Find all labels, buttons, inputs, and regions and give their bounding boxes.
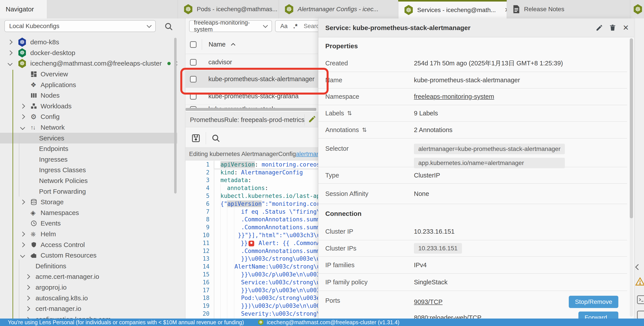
delete-service-icon[interactable] (608, 23, 617, 32)
chevron-right-icon[interactable] (21, 104, 30, 108)
sidebar-search-icon[interactable] (164, 22, 173, 31)
sidebar-item-network-policies[interactable]: Network Policies (0, 176, 177, 186)
close-drawer-icon[interactable]: ✕ (622, 23, 630, 32)
sidebar-item-icecheng-mathmast-com-freeleaps-cluster[interactable]: ☸icecheng@mathmast.com@freeleaps-cluster (0, 58, 177, 69)
sort-toggle-icon[interactable]: ⇅ (347, 110, 352, 117)
match-case-icon[interactable]: Aa (280, 23, 288, 30)
sidebar-item-helm[interactable]: ⎈Helm (0, 229, 177, 240)
chevron-right-icon[interactable] (26, 286, 36, 289)
sidebar-item-applications[interactable]: ❖Applications (0, 80, 177, 90)
tab-release-notes[interactable]: Release Notes (507, 0, 594, 18)
sidebar-item-ingress-classes[interactable]: Ingress Classes (0, 165, 177, 176)
stop-remove-button[interactable]: Stop/Remove (569, 296, 618, 308)
sidebar-item-services[interactable]: Services (0, 133, 177, 144)
sidebar-item-ingresses[interactable]: Ingresses (0, 154, 177, 165)
sidebar-item-label: Port Forwarding (39, 188, 86, 195)
sidebar-scrollbar[interactable] (174, 38, 176, 194)
namespace-link[interactable]: freeleaps-monitoring-system (414, 93, 494, 100)
section-heading-connection: Connection (318, 204, 627, 223)
kubernetes-icon: ☸ (18, 59, 26, 68)
chevron-right-icon[interactable] (21, 200, 30, 204)
sidebar-item-nodes[interactable]: Nodes (0, 90, 177, 101)
sidebar-item-port-forwarding[interactable]: Port Forwarding (0, 186, 177, 197)
dock-button-2[interactable] (636, 310, 644, 318)
indent-guide (220, 286, 221, 294)
edit-prometheus-rule-icon[interactable] (308, 114, 317, 123)
sort-toggle-icon[interactable]: ⇅ (362, 126, 367, 134)
sidebar-item-label: docker-desktop (30, 49, 75, 56)
sidebar-item-events[interactable]: Events (0, 218, 177, 229)
chevron-down-icon[interactable] (21, 126, 30, 129)
chevron-down-icon[interactable] (8, 62, 18, 65)
chevron-right-icon[interactable] (26, 296, 36, 300)
sidebar-item-docker-desktop[interactable]: ☸docker-desktop (0, 48, 177, 58)
chevron-down-icon[interactable] (21, 254, 30, 257)
chevron-left-icon[interactable] (636, 265, 640, 270)
detail-row-annotations: Annotations⇅2 Annotations (318, 122, 627, 138)
chevron-right-icon[interactable] (8, 51, 18, 55)
line-number: 3 (186, 176, 214, 184)
drawer-scrollbar[interactable] (630, 38, 633, 218)
port-link[interactable]: 8080:reloader-web/TCP (414, 314, 482, 319)
warning-icon[interactable] (635, 277, 644, 286)
sidebar-item-namespaces[interactable]: ◈Namespaces (0, 208, 177, 218)
close-tab-icon[interactable]: ✕ (504, 6, 507, 14)
sidebar-item-cert-manager-io[interactable]: cert-manager.io (0, 304, 177, 314)
detail-label: Name (325, 76, 342, 84)
sidebar-item-access-control[interactable]: Access Control (0, 239, 177, 250)
tab-services[interactable]: ☸ Services - icecheng@math... ✕ (398, 0, 507, 18)
sidebar-item-argoproj-io[interactable]: argoproj.io (0, 282, 177, 293)
chevron-right-icon[interactable] (21, 232, 30, 236)
sort-ascending-icon[interactable] (230, 42, 236, 47)
indent-guide (227, 255, 227, 263)
column-header-name[interactable]: Name (208, 41, 226, 48)
kubernetes-icon: ☸ (184, 4, 193, 14)
badge: app.kubernetes.io/name=alertmanager (414, 158, 565, 168)
sidebar-item-label: icecheng@mathmast.com@freeleaps-cluster (30, 60, 162, 67)
chevron-right-icon[interactable] (8, 40, 18, 44)
save-icon[interactable] (191, 134, 200, 143)
tab-alertmanager-configs[interactable]: ☸ Alertmanager Configs - icec... (278, 0, 398, 18)
sidebar-item-autoscaling-k8s-io[interactable]: autoscaling.k8s.io (0, 293, 177, 304)
indent-guide (227, 231, 227, 239)
sidebar-item-demo-k8s[interactable]: ☸demo-k8s (0, 37, 177, 48)
sidebar-item-custom-resources[interactable]: Custom Resources (0, 250, 177, 261)
navigator-label: Navigator (6, 6, 34, 13)
sidebar-item-definitions[interactable]: Definitions (0, 260, 177, 271)
indent-guide (234, 239, 234, 247)
sidebar-item-workloads[interactable]: Workloads (0, 101, 177, 112)
forward-button[interactable]: Forward... (578, 312, 618, 318)
edit-service-icon[interactable] (595, 23, 604, 32)
tab-partial[interactable]: ☸ (630, 0, 644, 18)
indent-guide (234, 223, 234, 231)
namespace-select[interactable]: freeleaps-monitoring-system (189, 20, 272, 32)
sidebar-item-config[interactable]: ⚙Config (0, 112, 177, 122)
regex-icon[interactable]: .* (293, 22, 298, 30)
sidebar-item-endpoints[interactable]: Endpoints (0, 144, 177, 154)
tab-label: Services - icecheng@math... (417, 6, 496, 14)
chevron-right-icon[interactable] (21, 243, 30, 246)
dock-button[interactable] (636, 295, 644, 304)
detail-row-cluster-ip: Cluster IP10.233.16.151 (318, 223, 627, 240)
chevron-right-icon[interactable] (21, 115, 30, 118)
sidebar-item-storage[interactable]: Storage (0, 197, 177, 208)
table-horizontal-scrollbar[interactable] (186, 108, 316, 111)
select-all-checkbox[interactable] (190, 41, 196, 48)
indent-guide (220, 216, 221, 224)
chevron-right-icon[interactable] (26, 275, 36, 278)
row-checkbox[interactable] (190, 93, 196, 100)
sidebar-item-network[interactable]: ↑↓Network (0, 122, 177, 133)
sidebar-item-label: acme.cert-manager.io (36, 273, 99, 280)
editor-search-icon[interactable] (211, 134, 220, 143)
tab-pods[interactable]: ☸ Pods - icecheng@mathmas... (178, 0, 278, 18)
sidebar-item-acme-cert-manager-io[interactable]: acme.cert-manager.io (0, 271, 177, 282)
row-checkbox[interactable] (190, 76, 196, 82)
line-number: 10 (186, 231, 214, 239)
sidebar-item-configuration-konghq-com[interactable]: configuration.konghq.com (0, 314, 177, 318)
kubeconfig-select[interactable]: Local Kubeconfigs (4, 20, 156, 32)
port-link[interactable]: 9093/TCP (414, 298, 443, 306)
sidebar-item-overview[interactable]: Overview (0, 69, 177, 80)
workloads-icon (30, 103, 40, 110)
row-checkbox[interactable] (190, 59, 196, 66)
chevron-right-icon[interactable] (26, 307, 36, 310)
